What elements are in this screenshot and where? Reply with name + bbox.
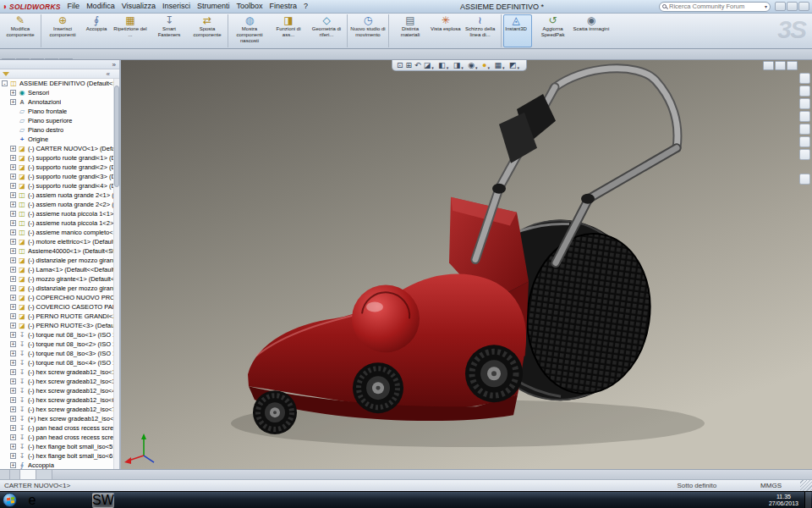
3d-model-canvas[interactable] bbox=[121, 60, 812, 469]
feature-tree-item[interactable]: + (-) torque nut 08_iso<2> (ISO 1051 bbox=[0, 340, 119, 349]
resize-grip[interactable] bbox=[800, 480, 812, 491]
heads-up-tool[interactable]: ◩ bbox=[509, 60, 522, 73]
dropdown-arrow-icon[interactable] bbox=[487, 60, 491, 73]
window-control-button[interactable] bbox=[798, 2, 809, 11]
taskbar-app-button[interactable]: SW bbox=[92, 493, 114, 508]
heads-up-tool[interactable]: ⊞ bbox=[406, 60, 413, 70]
window-control-button[interactable] bbox=[775, 2, 786, 11]
feature-tree-item[interactable]: + (-) PERNO RUOTE<3> (Default<< bbox=[0, 321, 119, 330]
tree-expander-icon[interactable]: + bbox=[10, 369, 16, 375]
wheel-middle[interactable] bbox=[353, 362, 403, 413]
feature-tree-item[interactable]: + (-) pan head cross recess screwHM bbox=[0, 433, 119, 442]
display-pane-collapse-icon[interactable]: « bbox=[107, 70, 117, 78]
command-manager-tab[interactable] bbox=[30, 58, 44, 59]
feature-tree-item[interactable]: Piano frontale bbox=[0, 107, 119, 116]
tree-expander-icon[interactable]: + bbox=[10, 229, 16, 235]
dropdown-arrow-icon[interactable] bbox=[409, 38, 412, 42]
menu-item[interactable]: Visualizza bbox=[118, 0, 159, 13]
feature-tree-item[interactable]: + (-) torque nut 08_iso<4> (ISO 1051 bbox=[0, 358, 119, 367]
feature-tree-item[interactable]: + (-) mozzo girante<1> (Default<< bbox=[0, 274, 119, 284]
task-pane-tab[interactable] bbox=[799, 174, 810, 185]
tree-scrollbar[interactable] bbox=[113, 79, 119, 469]
heads-up-tool[interactable]: ▦ bbox=[494, 60, 507, 73]
tree-expander-icon[interactable]: - bbox=[2, 80, 8, 86]
menu-item[interactable]: ? bbox=[300, 0, 311, 13]
tree-expander-icon[interactable]: + bbox=[10, 360, 16, 366]
feature-tree-item[interactable]: + (-) assieme manico completo<1> ( bbox=[0, 228, 119, 237]
command-manager-tab[interactable] bbox=[59, 58, 73, 59]
status-units[interactable]: MMGS bbox=[760, 482, 782, 489]
task-pane-tab[interactable] bbox=[799, 111, 810, 122]
tree-scrollbar-thumb[interactable] bbox=[114, 86, 119, 187]
tree-expander-icon[interactable]: + bbox=[10, 304, 16, 310]
taskbar-app-button[interactable]: e bbox=[21, 493, 43, 508]
dropdown-arrow-icon[interactable] bbox=[461, 60, 465, 73]
taskbar-app-button[interactable] bbox=[45, 493, 67, 508]
model-tab[interactable] bbox=[36, 470, 52, 479]
feature-tree-item[interactable]: + (-) distanziale per mozzo girante< bbox=[0, 256, 119, 265]
search-dropdown-icon[interactable]: ▾ bbox=[765, 3, 767, 9]
taskbar-app-button[interactable] bbox=[69, 493, 91, 508]
tree-expander-icon[interactable]: + bbox=[10, 295, 16, 301]
graphics-viewport[interactable]: ⊡ ⊞ ↶ ◪ ◧ ◨ ◉ ● ▦ ◩ bbox=[121, 60, 812, 469]
tree-expander-icon[interactable]: + bbox=[10, 332, 16, 338]
tree-expander-icon[interactable]: + bbox=[10, 276, 16, 282]
menu-item[interactable]: Modifica bbox=[83, 0, 118, 13]
tree-expander-icon[interactable]: + bbox=[10, 397, 16, 403]
ribbon-button[interactable]: ◬ Instant3D bbox=[503, 14, 532, 47]
ribbon-button[interactable]: ◇ Geometria di riferi... bbox=[308, 14, 348, 47]
tree-expander-icon[interactable]: + bbox=[10, 257, 16, 263]
ribbon-button[interactable]: ↧ Smart Fasteners bbox=[150, 14, 189, 47]
show-desktop-button[interactable] bbox=[804, 492, 811, 508]
feature-tree-item[interactable]: + (-) COVERCIO CASEOTO PAR L'ER bbox=[0, 302, 119, 312]
start-button[interactable] bbox=[3, 493, 17, 507]
feature-tree-item[interactable]: + (-) supporto ruote grandi<1> (Def bbox=[0, 153, 119, 163]
menu-item[interactable]: File bbox=[64, 0, 84, 13]
feature-tree-item[interactable]: + (-) hex flange bolt small_iso<5> (IS bbox=[0, 442, 119, 451]
tree-expander-icon[interactable]: + bbox=[10, 164, 16, 170]
search-input[interactable] bbox=[669, 3, 765, 10]
tree-expander-icon[interactable]: + bbox=[10, 406, 16, 412]
dropdown-arrow-icon[interactable] bbox=[502, 60, 507, 73]
feature-tree-item[interactable]: + (-) supporto ruote grandi<2> (Def bbox=[0, 163, 119, 172]
feature-tree-item[interactable]: + Accoppia bbox=[0, 461, 119, 469]
dropdown-arrow-icon[interactable] bbox=[62, 38, 64, 42]
wheel-rear[interactable] bbox=[465, 345, 523, 402]
feature-tree-item[interactable]: + Sensori bbox=[0, 88, 119, 97]
feature-tree-item[interactable]: Piano superiore bbox=[0, 116, 119, 125]
ribbon-button[interactable]: ◉ Scatta immagini bbox=[573, 14, 611, 47]
tree-expander-icon[interactable]: + bbox=[10, 388, 16, 394]
feature-tree-root[interactable]: - ASSIEME DEFINITIVO (Default<Stato bbox=[0, 79, 119, 88]
feature-tree-item[interactable]: + (-) hex screw gradeab12_iso<7> (IS bbox=[0, 405, 119, 414]
task-pane-tab[interactable] bbox=[799, 73, 810, 84]
ribbon-button[interactable]: ✳ Vista esplosa bbox=[430, 14, 462, 47]
tree-expander-icon[interactable]: + bbox=[10, 174, 16, 179]
tree-expander-icon[interactable]: + bbox=[10, 239, 16, 245]
feature-tree-item[interactable]: + (-) distanziale per mozzo girante< bbox=[0, 284, 119, 293]
tree-expander-icon[interactable]: + bbox=[10, 202, 16, 207]
tree-expander-icon[interactable]: + bbox=[10, 341, 16, 347]
dropdown-arrow-icon[interactable] bbox=[518, 60, 522, 73]
ribbon-button[interactable]: ⊕ Inserisci componenti bbox=[43, 14, 82, 47]
heads-up-tool[interactable]: ● bbox=[482, 60, 491, 73]
feature-tree-item[interactable]: Origine bbox=[0, 135, 119, 144]
command-manager-tab[interactable] bbox=[2, 58, 15, 59]
feature-tree-item[interactable]: + (-) assiem ruota grande 2<2> (Def bbox=[0, 200, 119, 209]
heads-up-tool[interactable]: ◪ bbox=[424, 60, 436, 73]
tree-expander-icon[interactable]: + bbox=[10, 444, 16, 450]
ribbon-button[interactable]: ≀ Schizzo della linea di... bbox=[462, 14, 502, 47]
taskbar-clock[interactable]: 11.35 27/06/2013 bbox=[766, 494, 801, 507]
tree-expander-icon[interactable]: + bbox=[10, 192, 16, 198]
task-pane-tab[interactable] bbox=[799, 136, 810, 147]
tree-expander-icon[interactable]: + bbox=[10, 351, 16, 356]
menu-item[interactable]: Strumenti bbox=[194, 0, 233, 13]
model-tab-nav-button[interactable] bbox=[0, 470, 10, 479]
feature-tree-item[interactable]: + (-) hex screw gradeab12_iso<3> (IS bbox=[0, 377, 119, 386]
dropdown-arrow-icon[interactable] bbox=[447, 60, 451, 73]
tree-expander-icon[interactable]: + bbox=[10, 285, 16, 291]
tree-expander-icon[interactable]: + bbox=[10, 183, 16, 189]
feature-tree-item[interactable]: + (-) pan head cross recess screw2_i bbox=[0, 423, 119, 433]
filter-funnel-icon[interactable] bbox=[3, 72, 9, 76]
feature-tree-item[interactable]: + (-) assieme ruota piccola 1<2> (De bbox=[0, 218, 119, 228]
task-pane-tab[interactable] bbox=[799, 98, 810, 109]
